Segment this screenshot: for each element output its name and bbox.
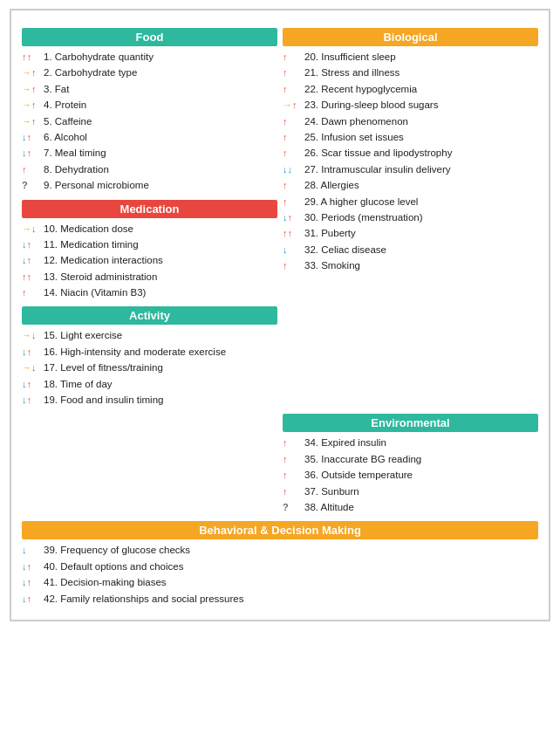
item-text: 3. Fat — [44, 82, 277, 96]
list-item: ↓32. Celiac disease — [283, 243, 538, 257]
arrow-indicators: →↑ — [283, 99, 302, 112]
item-text: 35. Inaccurate BG reading — [304, 452, 538, 466]
list-item: ↑22. Recent hypoglycemia — [283, 82, 538, 96]
up-arrow: ↑ — [283, 51, 288, 64]
item-text: 16. High-intensity and moderate exercise — [44, 345, 277, 359]
list-item: ↓↑41. Decision-making biases — [22, 575, 538, 589]
item-text: 10. Medication dose — [44, 222, 277, 236]
main-grid: Food ↑↑1. Carbohydrate quantity→↑2. Carb… — [22, 28, 538, 607]
arrow-indicators: ↑ — [22, 163, 41, 176]
right-arrow: → — [22, 329, 31, 342]
arrow-indicators: ↓↑ — [22, 593, 41, 606]
list-item: ?9. Personal microbiome — [22, 178, 277, 192]
up-arrow: ↑ — [283, 436, 288, 449]
right-arrow: → — [22, 115, 31, 128]
up-arrow: ↑ — [283, 453, 288, 466]
up-arrow: ↑ — [283, 196, 288, 209]
arrow-indicators: ↑↑ — [22, 271, 41, 284]
right-arrow: → — [283, 99, 292, 112]
item-text: 37. Sunburn — [304, 484, 538, 498]
arrow-indicators: ↓↑ — [22, 254, 41, 267]
arrow-indicators: ↑ — [283, 131, 302, 144]
up-arrow: ↑ — [27, 51, 32, 64]
list-item: →↑23. During-sleep blood sugars — [283, 98, 538, 112]
arrow-indicators: ↑ — [283, 51, 302, 64]
item-text: 9. Personal microbiome — [44, 178, 277, 192]
list-item: ↑36. Outside temperature — [283, 468, 538, 482]
up-arrow: ↑ — [27, 254, 32, 267]
item-text: 41. Decision-making biases — [44, 575, 538, 589]
arrow-indicators: ↑↑ — [283, 227, 302, 240]
item-text: 33. Smoking — [304, 258, 538, 272]
list-item: ↑33. Smoking — [283, 258, 538, 272]
arrow-indicators: ? — [22, 179, 41, 192]
arrow-indicators: ↓↑ — [22, 394, 41, 407]
up-arrow: ↑ — [27, 560, 32, 573]
up-arrow: ↑ — [283, 115, 288, 128]
item-text: 1. Carbohydrate quantity — [44, 50, 277, 64]
food-list: ↑↑1. Carbohydrate quantity→↑2. Carbohydr… — [22, 50, 277, 193]
arrow-indicators: ↓↑ — [22, 346, 41, 359]
arrow-indicators: ↑↑ — [22, 51, 41, 64]
behavioral-section: Behavioral & Decision Making ↓39. Freque… — [22, 521, 538, 607]
right-arrow: → — [22, 99, 31, 112]
list-item: →↑2. Carbohydrate type — [22, 65, 277, 79]
up-arrow: ↑ — [22, 286, 27, 299]
item-text: 27. Intramuscular insulin delivery — [304, 162, 538, 176]
food-header: Food — [22, 28, 277, 46]
item-text: 19. Food and insulin timing — [44, 393, 277, 407]
environmental-section: Environmental ↑34. Expired insulin↑35. I… — [283, 414, 538, 516]
list-item: ↑28. Allergies — [283, 178, 538, 192]
item-text: 29. A higher glucose level — [304, 195, 538, 209]
medication-section: Medication →↓10. Medication dose↓↑11. Me… — [22, 200, 277, 302]
list-item: ↑37. Sunburn — [283, 484, 538, 498]
figure-container: Food ↑↑1. Carbohydrate quantity→↑2. Carb… — [10, 9, 550, 621]
item-text: 26. Scar tissue and lipodystrophy — [304, 146, 538, 160]
biological-header: Biological — [283, 28, 538, 46]
list-item: ↑↑1. Carbohydrate quantity — [22, 50, 277, 64]
down-arrow: ↓ — [283, 244, 288, 257]
list-item: ↓↑6. Alcohol — [22, 130, 277, 144]
item-text: 42. Family relationships and social pres… — [44, 592, 538, 606]
down-arrow: ↓ — [31, 361, 37, 374]
list-item: ↓39. Frequency of glucose checks — [22, 543, 538, 557]
list-item: ↑29. A higher glucose level — [283, 195, 538, 209]
up-arrow: ↑ — [31, 66, 37, 79]
up-arrow: ↑ — [283, 83, 288, 96]
up-arrow: ↑ — [288, 227, 293, 240]
right-arrow: → — [22, 83, 31, 96]
item-text: 18. Time of day — [44, 377, 277, 391]
list-item: ↑8. Dehydration — [22, 162, 277, 176]
activity-section: Activity →↓15. Light exercise↓↑16. High-… — [22, 306, 277, 408]
list-item: ↓↑40. Default options and choices — [22, 559, 538, 573]
item-text: 5. Caffeine — [44, 114, 277, 128]
list-item: ↓↑30. Periods (menstruation) — [283, 210, 538, 224]
arrow-indicators: ↑ — [22, 286, 41, 299]
up-arrow: ↑ — [27, 346, 32, 359]
biological-section: Biological ↑20. Insufficient sleep↑21. S… — [283, 28, 538, 274]
item-text: 31. Puberty — [304, 226, 538, 240]
behavioral-header: Behavioral & Decision Making — [22, 521, 538, 539]
list-item: →↓17. Level of fitness/training — [22, 360, 277, 374]
item-text: 12. Medication interactions — [44, 253, 277, 267]
down-arrow: ↓ — [31, 329, 37, 342]
list-item: ↓↓27. Intramuscular insulin delivery — [283, 162, 538, 176]
item-text: 38. Altitude — [304, 500, 538, 514]
right-arrow: → — [22, 66, 31, 79]
item-text: 36. Outside temperature — [304, 468, 538, 482]
up-arrow: ↑ — [27, 394, 32, 407]
arrow-indicators: ↓↑ — [22, 131, 41, 144]
behavioral-list: ↓39. Frequency of glucose checks↓↑40. De… — [22, 543, 538, 606]
down-arrow: ↓ — [31, 223, 37, 236]
arrow-indicators: ↑ — [283, 453, 302, 466]
item-text: 39. Frequency of glucose checks — [44, 543, 538, 557]
item-text: 13. Steroid administration — [44, 270, 277, 284]
question-arrow: ? — [22, 179, 28, 192]
up-arrow: ↑ — [283, 469, 288, 482]
arrow-indicators: ↑ — [283, 196, 302, 209]
arrow-indicators: ↑ — [283, 259, 302, 272]
up-arrow: ↑ — [283, 147, 288, 160]
arrow-indicators: →↑ — [22, 83, 41, 96]
item-text: 24. Dawn phenomenon — [304, 114, 538, 128]
item-text: 7. Meal timing — [44, 146, 277, 160]
